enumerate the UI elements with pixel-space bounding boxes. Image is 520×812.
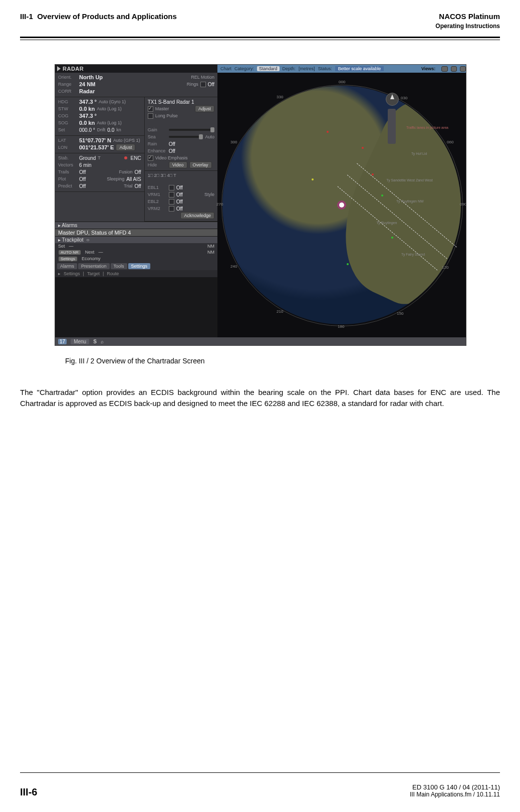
- tab-tools[interactable]: Tools: [111, 263, 127, 269]
- sub-tabs: ▸ Settings | Target | Route: [55, 270, 217, 277]
- nav-arrow-icon[interactable]: [57, 66, 61, 71]
- vectors-value[interactable]: 6 min: [79, 162, 91, 168]
- zoom-slider[interactable]: [388, 109, 396, 144]
- enc-label[interactable]: ENC: [131, 155, 141, 161]
- predict-value[interactable]: Off: [79, 183, 86, 189]
- tab-alarms[interactable]: Alarms: [57, 263, 77, 269]
- overlay-button[interactable]: Overlay: [189, 161, 212, 168]
- corr-label: CORR: [58, 89, 77, 94]
- vrm1-checkbox[interactable]: [169, 192, 174, 197]
- product-subtitle: Operating Instructions: [435, 23, 500, 30]
- alarm-message[interactable]: Master DPU, Status of MFD 4: [55, 229, 217, 236]
- sleeping-value[interactable]: All AIS: [126, 176, 141, 182]
- ebl2-checkbox[interactable]: [169, 199, 174, 205]
- auto-nr-button[interactable]: AUTO NR: [58, 250, 81, 255]
- master-checkbox[interactable]: [148, 106, 153, 112]
- map-label: Ty Fairy Sound: [401, 253, 425, 256]
- sea-label: Sea: [148, 134, 167, 139]
- sea-auto[interactable]: Auto: [205, 134, 214, 139]
- range-value[interactable]: 24 NM: [79, 81, 95, 87]
- track-next-value: —: [98, 250, 103, 255]
- category-value[interactable]: Standard: [257, 66, 280, 71]
- track-nm-2: NM: [207, 250, 214, 255]
- gain-label: Gain: [148, 127, 167, 132]
- ppi-area[interactable]: 000 030 060 090 120 150 180 210 240 270 …: [217, 73, 466, 337]
- subtab-settings[interactable]: Settings: [64, 271, 80, 276]
- lon-value: 001°21.537' E: [79, 144, 114, 150]
- plot-value[interactable]: Off: [79, 176, 86, 182]
- orient-value[interactable]: North Up: [79, 74, 103, 80]
- compass-icon[interactable]: [386, 93, 399, 106]
- status-message[interactable]: Better scale available: [335, 66, 384, 71]
- figure-caption: Fig. III / 2 Overview of the Chartradar …: [65, 357, 500, 365]
- track-set-value: —: [69, 244, 74, 249]
- motion-label[interactable]: REL Motion: [191, 75, 214, 80]
- video-button[interactable]: Video: [169, 161, 187, 168]
- video-emphasis-checkbox[interactable]: [148, 155, 153, 161]
- cog-value: 347.3 °: [79, 113, 97, 119]
- bearing-210: 210: [277, 309, 283, 314]
- stab-value[interactable]: Ground: [79, 155, 96, 161]
- trackpilot-header[interactable]: ▸ Trackpilot ○: [55, 236, 217, 243]
- fusion-label: Fusion: [119, 169, 132, 174]
- rain-value[interactable]: Off: [169, 141, 175, 147]
- hdg-source[interactable]: Auto (Gyro 1): [99, 99, 126, 104]
- stw-source[interactable]: Auto (Log 1): [97, 106, 122, 111]
- menu-button[interactable]: Menu: [71, 339, 89, 344]
- adjust-radar-button[interactable]: Adjust: [195, 105, 214, 112]
- enhance-value[interactable]: Off: [169, 148, 175, 154]
- doc-file: III Main Applications.fm / 10.11.11: [410, 791, 500, 798]
- set-label: Set: [58, 127, 77, 132]
- ebl1-checkbox[interactable]: [169, 185, 174, 190]
- sog-value: 0.0 kn: [79, 120, 95, 126]
- track-settings-button[interactable]: Settings: [58, 256, 78, 262]
- header-rule: [20, 37, 500, 40]
- set-value: 000.0 °: [79, 127, 95, 133]
- trackpilot-row-3: Settings Economy: [55, 256, 217, 262]
- adjust-position-button[interactable]: Adjust: [116, 144, 135, 151]
- map-label: Ty Ruytingen NW: [396, 199, 423, 203]
- gain-slider[interactable]: [169, 129, 214, 131]
- tab-presentation[interactable]: Presentation: [78, 263, 110, 269]
- footer-meta: ED 3100 G 140 / 04 (2011-11) III Main Ap…: [410, 783, 500, 798]
- page-footer: III-6 ED 3100 G 140 / 04 (2011-11) III M…: [20, 783, 500, 798]
- lat-source[interactable]: Auto (GPS 1): [113, 138, 140, 143]
- sleeping-label: Sleeping: [107, 176, 124, 181]
- ais-target[interactable]: [372, 173, 374, 175]
- ais-target[interactable]: [362, 147, 364, 149]
- sea-slider[interactable]: [169, 136, 203, 138]
- sog-source[interactable]: Auto (Log 1): [97, 120, 122, 125]
- s-indicator: S: [93, 339, 97, 344]
- track-economy-label[interactable]: Economy: [82, 256, 101, 262]
- alarm-header[interactable]: ▸ Alarms: [55, 222, 217, 229]
- search-icon[interactable]: ⌕: [101, 339, 104, 344]
- acknowledge-button[interactable]: Acknowledge: [180, 212, 214, 219]
- hdg-label: HDG: [58, 99, 77, 104]
- view-selector-3[interactable]: [460, 66, 466, 72]
- ebl1-label: EBL1: [148, 185, 167, 190]
- trails-value[interactable]: Off: [79, 169, 86, 175]
- subtab-route[interactable]: Route: [107, 271, 119, 276]
- view-selector-1[interactable]: [441, 66, 447, 72]
- chart-label[interactable]: Chart: [220, 66, 231, 71]
- bearing-120: 120: [442, 265, 448, 270]
- longpulse-checkbox[interactable]: [148, 113, 153, 119]
- style-label[interactable]: Style: [204, 192, 214, 197]
- tab-settings[interactable]: Settings: [128, 263, 151, 269]
- tx-title[interactable]: TX1 S-Band Radar 1: [148, 99, 194, 105]
- rings-value: Off: [208, 82, 214, 87]
- view-selector-2[interactable]: [451, 66, 457, 72]
- subtab-target[interactable]: Target: [87, 271, 100, 276]
- rings-checkbox[interactable]: [200, 82, 206, 87]
- mode-label[interactable]: RADAR: [63, 66, 84, 72]
- vrm2-checkbox[interactable]: [169, 206, 174, 212]
- trial-value[interactable]: Off: [134, 183, 141, 189]
- doc-id: ED 3100 G 140 / 04 (2011-11): [410, 783, 500, 791]
- section-title: Overview of Products and Applications: [37, 12, 177, 21]
- vectors-label: Vectors: [58, 162, 77, 167]
- drift-value: 0.0: [107, 127, 114, 133]
- pi-row[interactable]: 1□ 2□ 3□ 4□ T: [148, 173, 176, 178]
- menu-badge-icon: 17: [58, 339, 67, 344]
- fusion-value[interactable]: Off: [134, 169, 141, 175]
- corr-value[interactable]: Radar: [79, 88, 95, 94]
